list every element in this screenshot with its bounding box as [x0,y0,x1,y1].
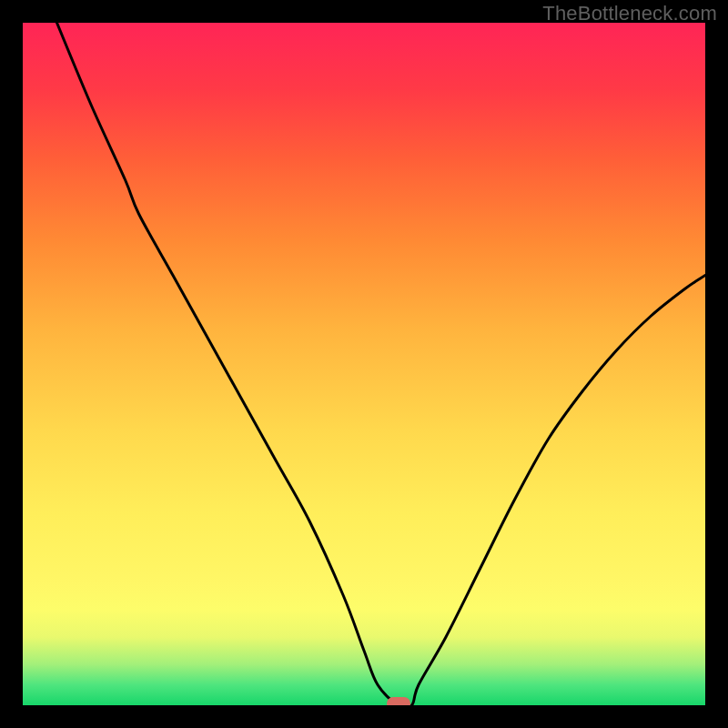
bottleneck-curve [23,23,705,705]
chart-frame: TheBottleneck.com [0,0,728,728]
plot-area [23,23,705,705]
watermark-text: TheBottleneck.com [542,2,717,25]
min-marker [387,697,410,705]
